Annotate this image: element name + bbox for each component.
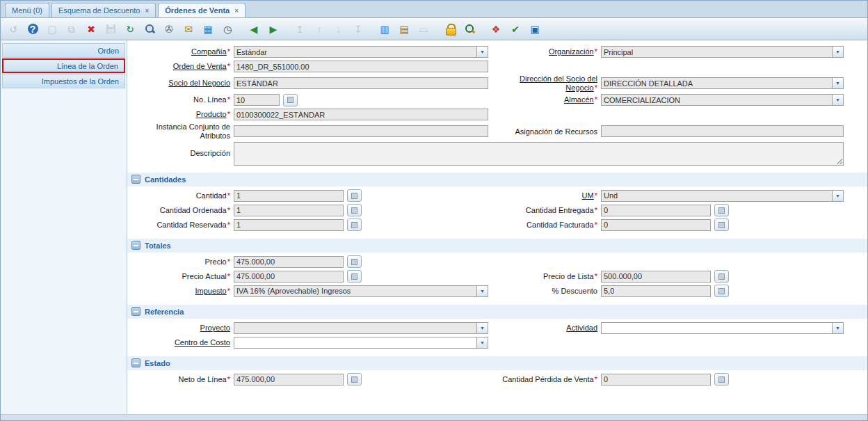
- toolbar-button-product-info[interactable]: ▣: [526, 20, 544, 38]
- actividad-label[interactable]: Actividad: [492, 324, 597, 333]
- centro-costo-select[interactable]: ▼: [234, 337, 488, 349]
- socio-negocio-input[interactable]: ESTÁNDAR: [234, 77, 488, 89]
- toolbar-button-move-up[interactable]: ↑: [310, 20, 328, 38]
- collapse-section-icon[interactable]: [131, 241, 140, 250]
- chevron-down-icon[interactable]: ▼: [832, 191, 843, 201]
- compania-label[interactable]: Compañía*: [127, 47, 230, 56]
- form-row: Orden de Venta* 1480_DR_551000.00: [127, 59, 867, 74]
- no-linea-calculator-button[interactable]: [283, 94, 298, 106]
- collapse-section-icon[interactable]: [131, 358, 140, 367]
- chevron-down-icon[interactable]: ▼: [476, 286, 488, 296]
- toolbar-button-refresh[interactable]: ↻: [121, 20, 139, 38]
- chevron-down-icon[interactable]: ▼: [832, 323, 843, 333]
- cantidad-ordenada-calculator-button[interactable]: [347, 204, 362, 216]
- producto-input[interactable]: 0100300022_ESTÁNDAR: [234, 109, 488, 120]
- orden-venta-input[interactable]: 1480_DR_551000.00: [234, 61, 488, 72]
- sidebar-item-label: Línea de la Orden: [57, 62, 118, 70]
- toolbar-button-find[interactable]: [140, 20, 159, 38]
- asignacion-recursos-input[interactable]: [601, 125, 844, 137]
- neto-linea-input[interactable]: 475.000,00: [234, 374, 344, 386]
- sidebar-item-impuestos-de-la-orden[interactable]: Impuestos de la Orden: [2, 74, 125, 88]
- precio-actual-input[interactable]: 475.000,00: [234, 271, 344, 283]
- socio-negocio-label[interactable]: Socio del Negocio: [127, 79, 230, 88]
- cantidad-facturada-calculator-button[interactable]: [714, 219, 729, 231]
- organizacion-select[interactable]: Principal▼: [601, 46, 844, 58]
- sidebar-item-linea-de-la-orden[interactable]: Línea de la Orden: [2, 58, 125, 73]
- neto-linea-calculator-button[interactable]: [347, 373, 362, 386]
- toolbar-button-chat[interactable]: ✉: [179, 20, 198, 38]
- toolbar-button-undo[interactable]: ↺: [4, 20, 22, 38]
- cantidad-perdida-input[interactable]: 0: [601, 374, 711, 386]
- proyecto-select[interactable]: ▼: [234, 322, 488, 334]
- tab-menu[interactable]: Menú (0): [5, 3, 49, 17]
- compania-select[interactable]: Estándar▼: [234, 46, 488, 58]
- descuento-calculator-button[interactable]: [714, 285, 729, 297]
- cantidad-calculator-button[interactable]: [347, 189, 362, 202]
- toolbar-button-report[interactable]: ▥: [376, 20, 394, 38]
- chevron-down-icon[interactable]: ▼: [476, 323, 488, 333]
- toolbar-button-grid-toggle[interactable]: ▦: [199, 20, 217, 38]
- actividad-select[interactable]: ▼: [601, 322, 844, 334]
- cantidad-reservada-input[interactable]: 1: [234, 219, 344, 231]
- producto-label[interactable]: Producto*: [127, 110, 230, 119]
- almacen-select[interactable]: COMERCIALIZACION▼: [601, 94, 844, 106]
- cantidad-entregada-calculator-button[interactable]: [714, 204, 729, 216]
- toolbar-button-next-record[interactable]: ▶: [264, 20, 282, 38]
- direccion-socio-label[interactable]: Dirección del Socio del Negocio*: [492, 74, 597, 92]
- tab-close-icon[interactable]: ×: [234, 7, 239, 15]
- impuesto-label[interactable]: Impuesto*: [127, 287, 230, 296]
- toolbar-button-parent-record[interactable]: ↥: [291, 20, 309, 38]
- toolbar-button-attachment[interactable]: ✇: [160, 20, 178, 38]
- cantidad-facturada-input[interactable]: 0: [601, 219, 711, 231]
- proyecto-label[interactable]: Proyecto: [127, 324, 230, 333]
- toolbar-button-save[interactable]: [102, 20, 120, 38]
- um-label[interactable]: UM*: [492, 191, 597, 200]
- sidebar-item-orden[interactable]: Orden: [2, 43, 125, 58]
- toolbar-button-zoom-across[interactable]: [460, 20, 479, 38]
- cantidad-input[interactable]: 1: [234, 190, 344, 202]
- chevron-down-icon[interactable]: ▼: [832, 47, 843, 57]
- cantidad-entregada-input[interactable]: 0: [601, 205, 711, 216]
- toolbar-button-move-down[interactable]: ↓: [330, 20, 348, 38]
- cantidad-reservada-calculator-button[interactable]: [347, 219, 362, 231]
- toolbar-button-copy-record[interactable]: ⧉: [63, 20, 81, 38]
- um-select[interactable]: Und▼: [601, 190, 844, 202]
- chevron-down-icon[interactable]: ▼: [832, 78, 843, 88]
- collapse-section-icon[interactable]: [131, 307, 140, 316]
- direccion-socio-select[interactable]: DIRECCIÓN DETALLADA▼: [601, 77, 844, 89]
- toolbar-button-new-record[interactable]: ▢: [43, 20, 61, 38]
- centro-costo-label[interactable]: Centro de Costo: [127, 338, 230, 347]
- precio-lista-input[interactable]: 500.000,00: [601, 271, 711, 283]
- toolbar-button-workflow[interactable]: ❖: [487, 20, 505, 38]
- no-linea-input[interactable]: 10: [234, 94, 280, 106]
- instancia-atributos-input[interactable]: [234, 125, 488, 137]
- tab-esquema-de-descuento[interactable]: Esquema de Descuento ×: [51, 3, 156, 17]
- toolbar-button-check-workflow[interactable]: ✔: [506, 20, 524, 38]
- cantidad-ordenada-input[interactable]: 1: [234, 205, 344, 216]
- impuesto-select[interactable]: IVA 16% (Aprovechable) Ingresos▼: [234, 285, 488, 297]
- toolbar-button-print[interactable]: ▭: [415, 20, 433, 38]
- toolbar-button-archive[interactable]: ▤: [395, 20, 413, 38]
- tab-ordenes-de-venta[interactable]: Órdenes de Venta ×: [158, 3, 246, 17]
- precio-actual-calculator-button[interactable]: [347, 270, 362, 283]
- precio-input[interactable]: 475.000,00: [234, 256, 344, 268]
- toolbar-button-history[interactable]: ◷: [218, 20, 236, 38]
- precio-lista-calculator-button[interactable]: [714, 270, 729, 283]
- organizacion-label[interactable]: Organización*: [492, 47, 597, 56]
- descripcion-textarea[interactable]: [234, 142, 844, 166]
- chevron-down-icon[interactable]: ▼: [832, 95, 843, 105]
- collapse-section-icon[interactable]: [131, 175, 140, 184]
- tab-close-icon[interactable]: ×: [145, 7, 149, 15]
- descuento-input[interactable]: 5,0: [601, 285, 711, 297]
- almacen-label[interactable]: Almacén*: [492, 95, 597, 104]
- chevron-down-icon[interactable]: ▼: [476, 47, 488, 57]
- orden-venta-label[interactable]: Orden de Venta*: [127, 62, 230, 71]
- toolbar-button-previous-record[interactable]: ◀: [245, 20, 263, 38]
- chevron-down-icon[interactable]: ▼: [476, 337, 488, 348]
- toolbar-button-lock[interactable]: [441, 20, 459, 38]
- cantidad-perdida-calculator-button[interactable]: [714, 373, 729, 386]
- toolbar-button-delete-record[interactable]: ✖: [82, 20, 100, 38]
- toolbar-button-help[interactable]: ?: [24, 20, 42, 38]
- toolbar-button-detail-record[interactable]: ↧: [349, 20, 367, 38]
- precio-calculator-button[interactable]: [347, 255, 362, 268]
